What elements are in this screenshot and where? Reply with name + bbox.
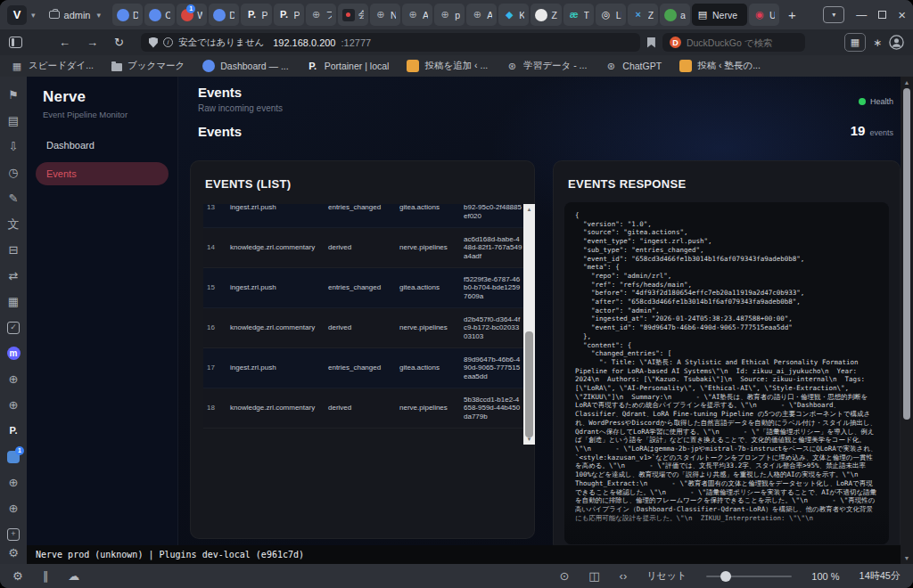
tab-kodi[interactable]: ◆ Kod [498,4,529,26]
tab-pve[interactable]: ⊕ pve [434,4,465,26]
back-button[interactable]: ← [54,36,75,49]
tab-dashboard-2[interactable]: Da: [209,4,239,26]
events-table[interactable]: 13 ingest.zrl.push entries_changed gitea… [203,204,535,445]
zoom-reset-button[interactable]: リセット [646,569,687,583]
events-response-code-block[interactable]: { "version": "1.0", "source": "gitea.act… [564,202,889,544]
new-tab-button[interactable]: + [782,7,802,22]
history-icon[interactable]: ◷ [0,159,27,185]
bookmark-posts[interactable]: 投稿 ‹ 塾長の... [679,60,761,72]
page-scrollbar[interactable]: ▲ ▼ [901,77,913,564]
page-scroll-up-icon[interactable]: ▲ [901,77,913,88]
web-panel-icon-1[interactable]: ⊕ [0,366,27,392]
table-row[interactable]: 18 knowledge.zrl.commentary derived nerv… [203,388,535,429]
page-scrollbar-thumb[interactable] [903,88,910,420]
table-scrollbar-thumb[interactable] [525,331,533,437]
shield-icon[interactable] [149,37,158,48]
sidebar-item-events[interactable]: Events [36,162,169,185]
sidebar-item-dashboard[interactable]: Dashboard [36,134,169,157]
capture-icon[interactable]: ⊙ [559,570,569,582]
bookmark-page-icon[interactable] [647,37,655,48]
table-row[interactable]: 17 ingest.zrl.push entries_changed gitea… [203,348,535,388]
mastodon-icon[interactable]: m [0,340,27,366]
bookmark-portainer[interactable]: P. Portainer | local [307,60,390,72]
web-panel-icon-3[interactable]: ⊕ [0,470,27,495]
zoom-slider[interactable] [706,576,792,577]
zoom-slider-knob[interactable] [720,571,731,582]
tab-web-alert[interactable]: We 1 [177,4,207,26]
close-button[interactable]: × [898,8,906,21]
tab-adr[interactable]: adr [660,4,690,26]
tab-zik-x[interactable]: × ZIK [628,4,658,26]
downloads-icon[interactable]: ⇩ [0,134,27,159]
tasks-icon[interactable]: ✓ [0,314,27,340]
table-row[interactable]: 14 knowledge.zrl.commentary derived nerv… [203,228,535,268]
maximize-button[interactable] [878,11,886,19]
tab-nerve[interactable]: ▤ Nerve [692,4,747,26]
tab-portainer-2[interactable]: P. Poi [274,4,304,26]
tab-ax[interactable]: ⊕ AX [402,4,432,26]
panel-toggle-icon[interactable] [9,37,22,48]
extension-icon[interactable]: ∗ [873,37,882,49]
sync-panel-icon[interactable]: ⇄ [0,263,27,289]
panel-settings-icon[interactable]: ⚙ [0,547,27,559]
workspace-switcher[interactable]: admin ▾ [49,10,103,20]
search-input[interactable] [687,37,785,48]
tab-favicon: ⊕ [374,9,387,21]
tab-ui[interactable]: ◉ UI | [749,4,779,26]
settings-icon[interactable]: ⚙ [12,570,23,582]
tab-ne[interactable]: ⊕ NE [370,4,400,26]
forward-button[interactable]: → [82,36,103,49]
table-row[interactable]: 15 ingest.zrl.push entries_changed gitea… [203,268,535,308]
bookmark-add-post[interactable]: 投稿を追加 ‹ ... [407,60,488,72]
info-icon[interactable]: i [163,37,173,47]
browser-menu-chevron-icon[interactable]: ▾ [29,11,37,20]
tab-traefik[interactable]: æ Tra [563,4,594,26]
calendar-button[interactable]: ▦ [844,33,866,52]
containers-icon[interactable]: ⊟ [0,237,27,263]
scroll-down-icon[interactable]: ▼ [523,434,535,445]
tab-browser-ja[interactable]: ⊕ ブラ [306,4,336,26]
translate-icon[interactable]: 文 [0,211,27,237]
tab-strip: Da: Cu: We 1 Da: P. Poi P. Poi ⊕ ブラ 会議 ⊕… [112,4,779,26]
browser-logo[interactable]: V [7,5,27,25]
web-panel-icon-4[interactable]: ⊕ [0,495,27,521]
cell-event-type: knowledge.zrl.commentary [230,243,328,252]
tab-custom[interactable]: Cu: [144,4,175,26]
tab-meeting[interactable]: 会議 [338,4,368,26]
minimize-button[interactable]: — [856,10,867,20]
table-scrollbar[interactable]: ▲ ▼ [523,204,535,445]
sync-pause-icon[interactable]: ∥ [43,570,49,582]
bookmarks-panel-icon[interactable]: ⚑ [0,82,27,108]
address-bar[interactable]: i 安全ではありません 192.168.0.200 :12777 [141,33,640,52]
tab-favicon: ⊕ [471,9,483,21]
workspace-icon [49,11,60,19]
web-panel-badged-icon[interactable]: 1 [0,444,27,470]
scroll-up-icon[interactable]: ▲ [523,204,535,215]
add-panel-icon[interactable]: + [0,521,27,547]
tab-overflow-button[interactable]: ▾ [823,6,844,23]
web-panel-icon-2[interactable]: ⊕ [0,392,27,418]
tab-ai[interactable]: ⊕ AI: [466,4,497,26]
page-actions-icon[interactable]: ‹› [620,570,628,582]
tab-llm[interactable]: ◎ LLM [596,4,626,26]
table-row[interactable]: 16 knowledge.zrl.commentary derived nerv… [203,308,535,348]
sync-cloud-icon[interactable]: ☁ [68,570,79,582]
table-row[interactable]: 13 ingest.zrl.push entries_changed gitea… [203,204,535,228]
bookmark-learning-data[interactable]: ⊛ 学習データ - ... [506,60,587,72]
profile-avatar-icon[interactable] [889,35,904,50]
portainer-panel-icon[interactable]: P. [0,418,27,444]
tab-zik-github[interactable]: ZIK [531,4,561,26]
bookmark-chatgpt[interactable]: ⊛ ChatGPT [605,60,662,72]
reading-list-icon[interactable]: ▤ [0,108,27,134]
bookmark-folder[interactable]: ブックマーク [111,60,185,72]
tab-dashboard-1[interactable]: Da: [112,4,143,26]
page-scroll-down-icon[interactable]: ▼ [901,552,913,564]
notes-icon[interactable]: ✎ [0,185,27,211]
bookmark-dashboard[interactable]: Dashboard — ... [202,60,288,72]
tiling-icon[interactable]: ◫ [588,570,599,582]
reload-button[interactable]: ↻ [110,36,128,49]
bookmark-speed-dial[interactable]: ▦ スピードダイ... [11,60,94,72]
calendar-panel-icon[interactable]: ▦ [0,289,27,314]
tab-portainer-1[interactable]: P. Poi [241,4,271,26]
browser-status-bar: ⚙∥☁ ⊙◫‹› リセット 100 % 14時45分 [0,564,913,588]
